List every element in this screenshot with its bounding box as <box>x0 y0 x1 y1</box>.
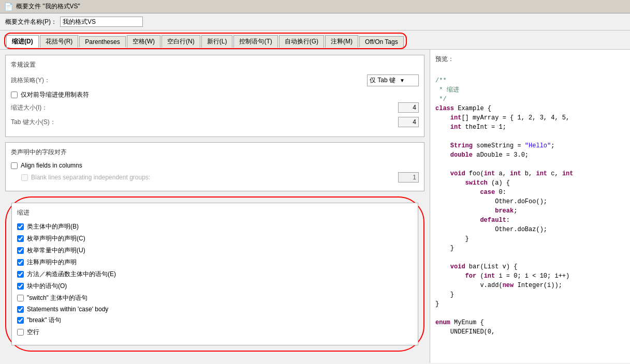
collapse-checkbox-4[interactable] <box>17 271 24 278</box>
collapse-item-0: 类主体中的声明(B) <box>17 222 413 231</box>
collapse-item-1: 枚举声明中的声明(C) <box>17 234 413 243</box>
blank-lines-checkbox[interactable] <box>21 174 28 181</box>
tab-size-input[interactable] <box>398 117 419 127</box>
align-fields-row: Align fields in columns <box>11 162 419 169</box>
collapse-checkbox-7[interactable] <box>17 306 24 313</box>
collapse-label-0: 类主体中的声明(B) <box>27 222 79 231</box>
tabs-row: 缩进(D) 花括号(R) Parentheses 空格(W) 空白行(N) 新行… <box>0 31 630 50</box>
tab-braces[interactable]: 花括号(R) <box>40 35 79 48</box>
code-int-param1: a, <box>495 170 510 177</box>
tab-blank-lines[interactable]: 空白行(N) <box>162 35 200 48</box>
indent-strategy-dropdown[interactable]: 仅 Tab 键 ▼ <box>367 74 419 86</box>
collapse-label-3: 注释声明中的声明 <box>27 258 77 267</box>
tabs-ring: 缩进(D) 花括号(R) Parentheses 空格(W) 空白行(N) 新行… <box>4 33 407 49</box>
code-int-2: int <box>435 124 461 131</box>
general-settings-section: 常规设置 跳格策略(Y)： 仅 Tab 键 ▼ 仅对前导缩进使用制表符 缩进大小… <box>5 55 424 137</box>
collapse-item-3: 注释声明中的声明 <box>17 258 413 267</box>
code-hello-string: "Hello" <box>525 142 551 149</box>
profile-name-input[interactable] <box>60 17 143 27</box>
collapse-label-1: 枚举声明中的声明(C) <box>27 234 85 243</box>
code-foo: foo( <box>469 170 484 177</box>
collapse-label-5: 块中的语句(O) <box>27 282 67 291</box>
code-string-kw: String <box>435 142 473 149</box>
tab-control[interactable]: 控制语句(T) <box>233 35 277 48</box>
code-array: [] myArray = { 1, 2, 3, 4, 5, <box>461 114 569 122</box>
tab-size-label: Tab 键大小(S)： <box>11 118 56 127</box>
dropdown-arrow-icon: ▼ <box>400 78 405 83</box>
collapse-label-9: 空行 <box>27 328 39 337</box>
only-prefix-checkbox[interactable] <box>11 92 18 98</box>
code-switch <box>435 179 465 187</box>
blank-lines-input[interactable] <box>398 172 419 183</box>
blank-lines-label: Blank lines separating independent group… <box>31 174 150 181</box>
only-prefix-row: 仅对前导缩进使用制表符 <box>11 90 419 99</box>
code-new-kw: new <box>503 282 518 289</box>
code-somestring: someString = <box>473 142 525 149</box>
title-bar: 📄 概要文件 "我的格式VS" <box>0 0 630 13</box>
title-bar-text: 概要文件 "我的格式VS" <box>16 2 80 11</box>
profile-name-label: 概要文件名称(P)： <box>5 18 57 26</box>
collapse-section: 缩进 类主体中的声明(B) 枚举声明中的声明(C) 枚举常量中的声明(U) <box>11 203 418 345</box>
tab-wrap[interactable]: 自动换行(G) <box>279 35 324 48</box>
main-container: 概要文件名称(P)： 缩进(D) 花括号(R) Parentheses 空格(W… <box>0 13 630 363</box>
tab-parentheses[interactable]: Parentheses <box>79 36 125 47</box>
field-align-title: 类声明中的字段对齐 <box>11 148 419 157</box>
collapse-checkbox-3[interactable] <box>17 259 24 266</box>
indent-strategy-row: 跳格策略(Y)： 仅 Tab 键 ▼ <box>11 74 419 86</box>
align-fields-checkbox[interactable] <box>11 162 18 169</box>
blank-lines-row: Blank lines separating independent group… <box>21 172 419 183</box>
code-example: Example { <box>458 105 491 112</box>
collapse-item-4: 方法／构造函数主体中的语句(E) <box>17 270 413 279</box>
code-int-param3: c, <box>547 170 562 177</box>
tab-size-row: Tab 键大小(S)： <box>11 117 419 127</box>
code-int-param2: b, <box>521 170 536 177</box>
field-align-section: 类声明中的字段对齐 Align fields in columns Blank … <box>5 142 424 191</box>
collapse-checkbox-2[interactable] <box>17 247 24 254</box>
code-int-b: int <box>510 170 521 177</box>
code-int-c: int <box>536 170 547 177</box>
collapse-checkbox-9[interactable] <box>17 329 24 336</box>
code-theint: theInt = 1; <box>461 124 506 131</box>
tab-new-line[interactable]: 新行(L) <box>201 35 233 48</box>
indent-size-row: 缩进大小(I)： <box>11 102 419 113</box>
collapse-checkbox-8[interactable] <box>17 317 24 324</box>
align-fields-label: Align fields in columns <box>21 162 82 169</box>
code-comment-1: /** * 缩进 */ <box>435 77 459 103</box>
code-for-kw: for <box>465 272 480 280</box>
tab-tags[interactable]: Off/On Tags <box>359 36 404 47</box>
indent-size-input[interactable] <box>398 102 419 113</box>
tab-space[interactable]: 空格(W) <box>127 35 160 48</box>
collapse-label-6: "switch" 主体中的语句 <box>27 294 87 302</box>
code-int-for: int <box>484 272 495 280</box>
left-panel: 常规设置 跳格策略(Y)： 仅 Tab 键 ▼ 仅对前导缩进使用制表符 缩进大小… <box>0 50 430 363</box>
code-enum-kw: enum <box>435 319 454 326</box>
tab-indent[interactable]: 缩进(D) <box>6 35 39 48</box>
indent-strategy-value: 仅 Tab 键 <box>370 76 395 85</box>
code-int-a: int <box>484 170 495 177</box>
collapse-label-4: 方法／构造函数主体中的语句(E) <box>27 270 116 279</box>
collapse-item-6: "switch" 主体中的语句 <box>17 294 413 302</box>
collapse-checkbox-1[interactable] <box>17 235 24 242</box>
indent-size-label: 缩进大小(I)： <box>11 103 48 112</box>
collapse-title: 缩进 <box>17 208 413 217</box>
collapse-section-ring: 缩进 类主体中的声明(B) 枚举声明中的声明(C) 枚举常量中的声明(U) <box>5 196 424 352</box>
collapse-label-2: 枚举常量中的声明(U) <box>27 246 85 255</box>
code-preview: /** * 缩进 */ class Example { int[] myArra… <box>435 67 625 346</box>
general-settings-title: 常规设置 <box>11 60 419 69</box>
collapse-label-7: Statements within 'case' body <box>27 306 108 313</box>
code-int-d: int <box>562 170 574 177</box>
collapse-checkbox-0[interactable] <box>17 223 24 230</box>
collapse-checkbox-6[interactable] <box>17 295 24 301</box>
code-switch-kw: switch <box>465 179 491 187</box>
collapse-item-9: 空行 <box>17 328 413 337</box>
code-case-kw: case <box>480 189 499 196</box>
indent-strategy-label: 跳格策略(Y)： <box>11 76 50 85</box>
code-double-kw: double <box>435 151 473 159</box>
tab-comment[interactable]: 注释(M) <box>325 35 358 48</box>
code-adouble: aDouble = 3.0; <box>473 151 529 159</box>
collapse-item-2: 枚举常量中的声明(U) <box>17 246 413 255</box>
code-semicolon1: ; <box>551 142 554 149</box>
profile-name-row: 概要文件名称(P)： <box>0 13 630 31</box>
code-keyword-class: class <box>435 105 458 112</box>
collapse-checkbox-5[interactable] <box>17 283 24 290</box>
